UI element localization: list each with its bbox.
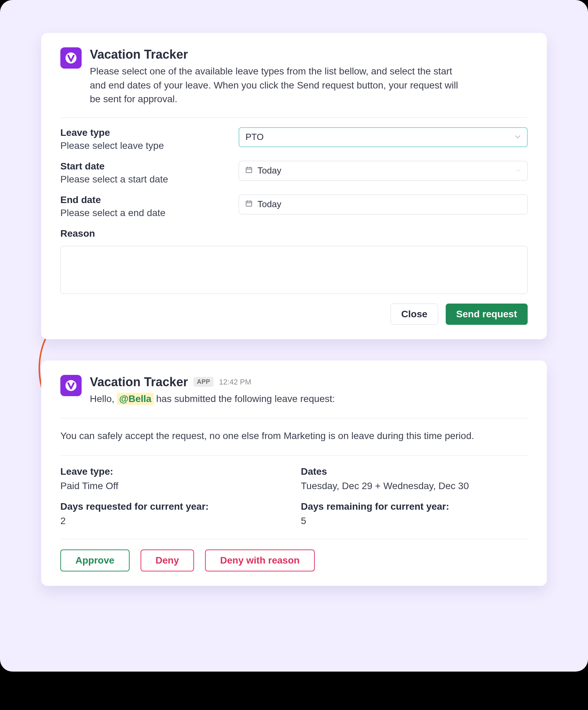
days-remaining-value: 5: [301, 516, 528, 526]
divider: [60, 455, 528, 456]
dates-value: Tuesday, Dec 29 + Wednesday, Dec 30: [301, 481, 528, 492]
calendar-icon: [245, 199, 253, 210]
start-date-label: Start date: [60, 161, 225, 172]
start-date-value: Today: [257, 165, 281, 176]
send-request-button[interactable]: Send request: [446, 304, 528, 325]
divider: [60, 418, 528, 418]
leave-type-select[interactable]: PTO: [239, 127, 528, 147]
card-header: Vacation Tracker Please select one of th…: [60, 47, 528, 106]
advice-text: You can safely accept the request, no on…: [60, 429, 528, 443]
calendar-icon: [245, 165, 253, 176]
divider: [60, 539, 528, 539]
days-remaining-label: Days remaining for current year:: [301, 501, 528, 512]
end-date-label: End date: [60, 194, 225, 205]
start-date-hint: Please select a start date: [60, 174, 225, 185]
deny-button[interactable]: Deny: [141, 549, 194, 571]
app-intro-text: Please select one of the available leave…: [90, 64, 460, 106]
greeting-prefix: Hello,: [90, 393, 117, 404]
app-logo: [60, 47, 82, 69]
request-details-grid: Leave type: Paid Time Off Dates Tuesday,…: [60, 466, 528, 526]
app-logo-icon: [64, 379, 78, 392]
user-mention[interactable]: @Bella: [117, 393, 153, 405]
divider: [60, 117, 528, 118]
reason-row: Reason: [60, 228, 528, 294]
dates-block: Dates Tuesday, Dec 29 + Wednesday, Dec 3…: [301, 466, 528, 492]
days-requested-block: Days requested for current year: 2: [60, 501, 287, 526]
leave-type-label: Leave type: [60, 127, 225, 138]
leave-type-block: Leave type: Paid Time Off: [60, 466, 287, 492]
dates-label: Dates: [301, 466, 528, 477]
days-requested-label: Days requested for current year:: [60, 501, 287, 512]
chevron-down-icon: [515, 132, 521, 142]
app-title: Vacation Tracker: [90, 375, 188, 389]
leave-type-value: PTO: [245, 132, 264, 142]
request-form-card: Vacation Tracker Please select one of th…: [41, 33, 547, 339]
approve-button[interactable]: Approve: [60, 549, 130, 571]
end-date-row: End date Please select a end date Today: [60, 194, 528, 218]
svg-rect-1: [246, 168, 252, 173]
approval-message-card: Vacation Tracker APP 12:42 PM Hello, @Be…: [41, 360, 547, 586]
close-button[interactable]: Close: [391, 304, 438, 325]
deny-with-reason-button[interactable]: Deny with reason: [205, 549, 315, 571]
start-date-input[interactable]: Today: [239, 161, 528, 181]
leave-type-value: Paid Time Off: [60, 481, 287, 492]
app-title: Vacation Tracker: [90, 47, 528, 62]
app-badge: APP: [193, 377, 214, 387]
app-logo: [60, 375, 82, 396]
leave-type-label: Leave type:: [60, 466, 287, 477]
message-time: 12:42 PM: [219, 378, 251, 387]
approval-button-row: Approve Deny Deny with reason: [60, 549, 528, 571]
greeting-suffix: has submitted the following leave reques…: [156, 393, 335, 404]
reason-label: Reason: [60, 228, 95, 239]
end-date-hint: Please select a end date: [60, 208, 225, 218]
end-date-input[interactable]: Today: [239, 194, 528, 214]
days-requested-value: 2: [60, 516, 287, 526]
end-date-value: Today: [257, 199, 281, 210]
message-greeting: Hello, @Bella has submitted the followin…: [90, 392, 460, 406]
leave-type-hint: Please select leave type: [60, 140, 225, 151]
days-remaining-block: Days remaining for current year: 5: [301, 501, 528, 526]
chevron-down-icon: [515, 165, 521, 176]
app-logo-icon: [64, 51, 78, 65]
start-date-row: Start date Please select a start date To…: [60, 161, 528, 185]
form-button-row: Close Send request: [60, 304, 528, 325]
card-header: Vacation Tracker APP 12:42 PM Hello, @Be…: [60, 375, 528, 406]
svg-rect-5: [246, 201, 252, 206]
reason-textarea[interactable]: [60, 246, 528, 294]
leave-type-row: Leave type Please select leave type PTO: [60, 127, 528, 151]
stage: Vacation Tracker Please select one of th…: [0, 0, 588, 672]
